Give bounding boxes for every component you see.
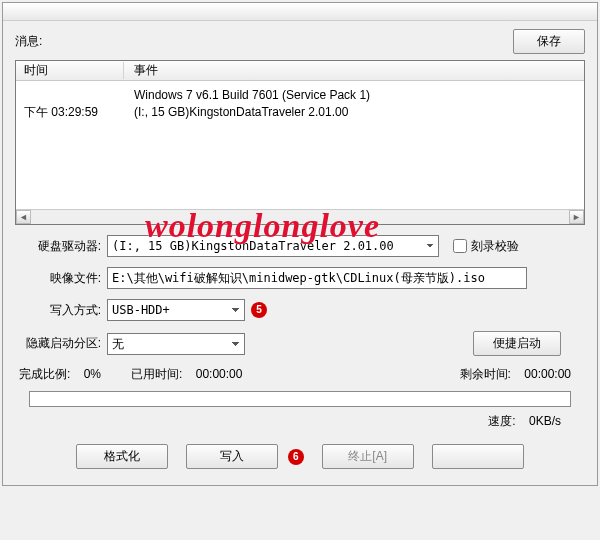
form-area: wolonglonglove 硬盘驱动器: (I:, 15 GB)Kingsto… <box>15 225 585 356</box>
done-pct-label: 完成比例: <box>19 367 70 381</box>
verify-label: 刻录校验 <box>471 238 519 255</box>
hidden-part-select[interactable]: 无 <box>107 333 245 355</box>
verify-checkbox[interactable] <box>453 239 467 253</box>
list-header: 时间 事件 <box>16 61 584 81</box>
app-window: 消息: 保存 时间 事件 下午 03:29:59 Windows 7 v6.1 … <box>2 2 598 486</box>
elapsed-value: 00:00:00 <box>196 367 243 381</box>
bottom-buttons: 格式化 写入 6 终止[A] <box>15 440 585 469</box>
progress-row: 完成比例: 0% 已用时间: 00:00:00 剩余时间: 00:00:00 <box>15 366 585 391</box>
scroll-left-icon[interactable]: ◄ <box>16 210 31 224</box>
callout-5: 5 <box>251 302 267 318</box>
extra-button[interactable] <box>432 444 524 469</box>
h-scrollbar[interactable]: ◄ ► <box>16 209 584 224</box>
done-pct-value: 0% <box>84 367 101 381</box>
elapsed-label: 已用时间: <box>131 367 182 381</box>
event-line: (I:, 15 GB)KingstonDataTraveler 2.01.00 <box>134 104 584 121</box>
write-button[interactable]: 写入 <box>186 444 278 469</box>
scroll-right-icon[interactable]: ► <box>569 210 584 224</box>
drive-select[interactable]: (I:, 15 GB)KingstonDataTraveler 2.01.00 <box>107 235 439 257</box>
write-mode-label: 写入方式: <box>19 302 107 319</box>
cell-time: 下午 03:29:59 <box>16 87 124 121</box>
remain-value: 00:00:00 <box>524 367 571 381</box>
col-event-header[interactable]: 事件 <box>124 62 584 79</box>
callout-6: 6 <box>288 449 304 465</box>
image-file-input[interactable] <box>107 267 527 289</box>
speed-label: 速度: <box>488 414 515 428</box>
drive-label: 硬盘驱动器: <box>19 238 107 255</box>
abort-button[interactable]: 终止[A] <box>322 444 414 469</box>
titlebar <box>3 3 597 21</box>
cell-event: Windows 7 v6.1 Build 7601 (Service Pack … <box>124 87 584 121</box>
save-button[interactable]: 保存 <box>513 29 585 54</box>
hidden-part-label: 隐藏启动分区: <box>19 335 107 352</box>
speed-row: 速度: 0KB/s <box>15 413 585 440</box>
event-line: Windows 7 v6.1 Build 7601 (Service Pack … <box>134 87 584 104</box>
progress-bar <box>29 391 571 407</box>
message-label: 消息: <box>15 33 42 50</box>
speed-value: 0KB/s <box>529 414 561 428</box>
portable-boot-button[interactable]: 便捷启动 <box>473 331 561 356</box>
scroll-track[interactable] <box>31 210 569 224</box>
remain-label: 剩余时间: <box>460 367 511 381</box>
event-list: 时间 事件 下午 03:29:59 Windows 7 v6.1 Build 7… <box>15 60 585 225</box>
col-time-header[interactable]: 时间 <box>16 62 124 79</box>
format-button[interactable]: 格式化 <box>76 444 168 469</box>
image-label: 映像文件: <box>19 270 107 287</box>
write-mode-select[interactable]: USB-HDD+ <box>107 299 245 321</box>
table-row[interactable]: 下午 03:29:59 Windows 7 v6.1 Build 7601 (S… <box>16 81 584 127</box>
